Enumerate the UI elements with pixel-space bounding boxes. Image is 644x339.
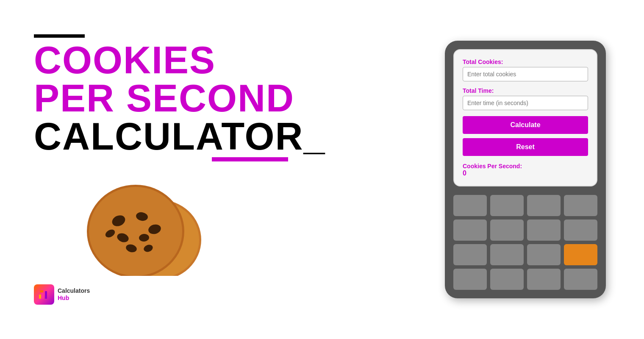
logo-name2: Hub	[58, 295, 90, 302]
svg-rect-21	[40, 290, 43, 292]
key-btn-7[interactable]	[527, 220, 561, 241]
purple-bar-decoration	[212, 157, 288, 161]
key-btn-4[interactable]	[564, 195, 597, 216]
black-bar-decoration	[34, 34, 85, 38]
key-btn-13[interactable]	[453, 269, 487, 290]
total-time-input[interactable]	[463, 96, 588, 110]
left-section: COOKIES PER SECOND CALCULATOR_	[34, 34, 441, 305]
key-btn-14[interactable]	[490, 269, 524, 290]
key-btn-8[interactable]	[564, 220, 597, 241]
key-btn-15[interactable]	[527, 269, 561, 290]
key-btn-1[interactable]	[453, 195, 487, 216]
right-section: Total Cookies: Total Time: Calculate Res…	[441, 41, 610, 298]
logo-icon	[34, 284, 54, 305]
key-btn-12-orange[interactable]	[564, 244, 597, 265]
logo-area: Calculators Hub	[34, 284, 441, 305]
key-btn-9[interactable]	[453, 244, 487, 265]
total-time-label: Total Time:	[463, 87, 588, 94]
calculator-device: Total Cookies: Total Time: Calculate Res…	[445, 41, 606, 298]
svg-rect-20	[45, 291, 47, 299]
svg-point-9	[89, 187, 182, 276]
svg-rect-18	[39, 295, 41, 299]
logo-name1: Calculators	[58, 287, 90, 295]
key-btn-6[interactable]	[490, 220, 524, 241]
svg-rect-19	[42, 293, 44, 299]
cookie-image	[76, 170, 212, 276]
title-block: COOKIES PER SECOND CALCULATOR_	[34, 34, 441, 161]
key-btn-11[interactable]	[527, 244, 561, 265]
reset-button[interactable]: Reset	[463, 138, 588, 156]
total-cookies-input[interactable]	[463, 67, 588, 81]
cookie-svg	[76, 170, 212, 276]
key-btn-2[interactable]	[490, 195, 524, 216]
calculator-screen: Total Cookies: Total Time: Calculate Res…	[453, 49, 597, 186]
result-label: Cookies Per Second:	[463, 163, 588, 170]
calculator-keypad	[453, 195, 597, 290]
result-value: 0	[463, 170, 588, 177]
total-cookies-label: Total Cookies:	[463, 58, 588, 65]
title-line-3: CALCULATOR_	[34, 117, 441, 156]
calculate-button[interactable]: Calculate	[463, 116, 588, 134]
title-line-2: PER SECOND	[34, 79, 441, 117]
key-btn-16[interactable]	[564, 269, 597, 290]
key-btn-5[interactable]	[453, 220, 487, 241]
logo-text: Calculators Hub	[58, 287, 90, 302]
key-btn-3[interactable]	[527, 195, 561, 216]
key-btn-10[interactable]	[490, 244, 524, 265]
title-line-1: COOKIES	[34, 41, 441, 79]
